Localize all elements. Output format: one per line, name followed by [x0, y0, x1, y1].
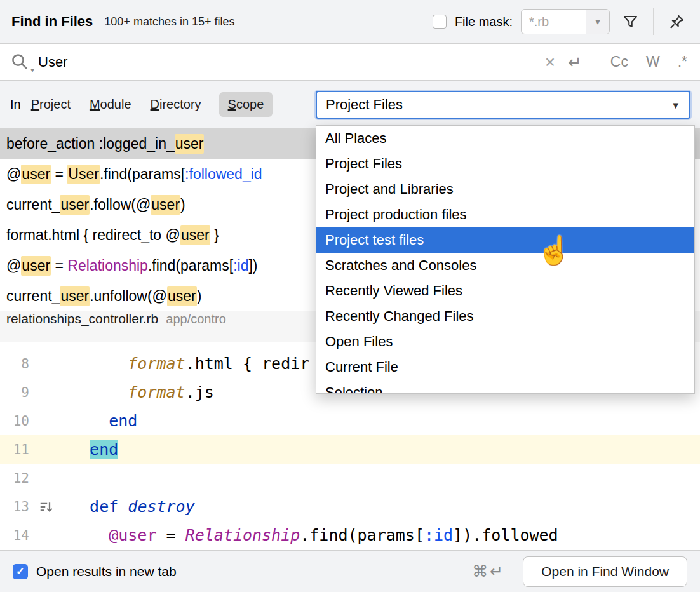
dropdown-item-project-and-libraries[interactable]: Project and Libraries	[316, 177, 694, 202]
code-token: @	[6, 166, 21, 183]
code-token: destroy	[128, 497, 194, 516]
scope-tabs: ProjectModuleDirectoryScope	[30, 92, 273, 117]
clear-icon[interactable]: ×	[545, 53, 555, 71]
code-token: )	[180, 196, 185, 213]
code-token: =	[51, 166, 67, 183]
open-results-checkbox[interactable]: ✓	[13, 564, 28, 579]
file-mask-checkbox[interactable]	[433, 15, 447, 29]
file-name: relationships_controller.rb	[6, 311, 158, 326]
code-line[interactable]: 13 def destroy	[0, 492, 700, 521]
code-text: format.html { redir	[62, 354, 309, 373]
code-token: format	[128, 383, 185, 401]
code-token: )	[197, 288, 202, 305]
code-token: }	[210, 227, 219, 244]
dropdown-item-recently-changed-files[interactable]: Recently Changed Files	[316, 304, 694, 329]
code-token	[71, 526, 109, 544]
dropdown-item-selection[interactable]: Selection	[316, 380, 694, 394]
code-token: .find(params[	[148, 257, 233, 274]
code-token: user	[60, 286, 90, 306]
code-token: .js	[185, 383, 214, 401]
mnemonic-letter: M	[90, 97, 100, 111]
dropdown-item-open-files[interactable]: Open Files	[316, 329, 694, 354]
code-token: Relationship	[67, 257, 148, 274]
file-mask-value: *.rb	[522, 10, 586, 34]
code-token: user	[167, 286, 197, 306]
code-token: user	[21, 165, 51, 184]
filter-icon[interactable]	[618, 10, 642, 34]
chevron-down-icon[interactable]: ▾	[586, 10, 609, 34]
mnemonic-letter: P	[31, 97, 39, 111]
search-input[interactable]: User	[38, 54, 67, 71]
code-text: @user = Relationship.find(params[:id]).f…	[62, 526, 558, 544]
pin-icon[interactable]	[664, 10, 689, 34]
code-token: user	[151, 195, 180, 215]
dropdown-item-recently-viewed-files[interactable]: Recently Viewed Files	[316, 278, 694, 304]
line-number: 9	[0, 385, 29, 400]
code-token: User	[67, 165, 100, 184]
code-token: format	[128, 354, 185, 373]
code-token: .unfollow(@	[90, 288, 167, 305]
dropdown-item-scratches-and-consoles[interactable]: Scratches and Consoles	[316, 253, 694, 278]
code-token: :id	[233, 257, 248, 274]
code-token: =	[156, 526, 185, 544]
chevron-down-icon[interactable]: ▼	[671, 100, 680, 111]
line-number: 10	[0, 414, 29, 429]
code-token: @	[6, 257, 21, 274]
whole-words-toggle[interactable]: W	[643, 53, 663, 71]
code-token: format.html { redirect_to @	[6, 227, 180, 244]
regex-toggle[interactable]: .*	[675, 53, 690, 71]
search-row: ▾ User × ↵ Cc W .*	[0, 44, 700, 81]
code-token: .find(params[	[300, 526, 424, 544]
code-line[interactable]: 10 end	[0, 407, 700, 435]
code-token	[71, 354, 128, 373]
search-icon[interactable]: ▾	[10, 52, 33, 72]
code-token: def	[90, 497, 128, 516]
gutter-sort-icon[interactable]	[29, 499, 62, 515]
open-results-label: Open results in new tab	[36, 564, 177, 579]
mnemonic-letter: S	[228, 97, 236, 111]
chevron-down-icon: ▾	[30, 65, 34, 74]
code-token: before_action :logged_in_	[6, 135, 175, 152]
scope-dropdown-popup: All PlacesProject FilesProject and Libra…	[316, 125, 695, 394]
scope-tab-module[interactable]: Module	[88, 92, 133, 117]
line-number: 13	[0, 499, 29, 515]
scope-tab-directory[interactable]: Directory	[149, 92, 203, 117]
code-line[interactable]: 12	[0, 464, 700, 492]
code-token: .html { redir	[185, 354, 310, 373]
scope-dropdown-list: All PlacesProject FilesProject and Libra…	[316, 126, 694, 394]
search-controls: × ↵ Cc W .*	[545, 51, 690, 73]
check-icon: ✓	[16, 565, 25, 578]
dropdown-item-project-production-files[interactable]: Project production files	[316, 202, 694, 227]
code-token: user	[21, 256, 51, 276]
open-in-find-window-button[interactable]: Open in Find Window	[523, 556, 687, 587]
scope-combobox-value: Project Files	[326, 97, 403, 113]
code-token: user	[60, 195, 90, 215]
code-token: end	[109, 412, 137, 430]
line-number: 11	[0, 442, 29, 457]
dropdown-item-current-file[interactable]: Current File	[316, 354, 694, 380]
code-text: format.js	[62, 383, 214, 401]
code-token: .find(params[	[100, 166, 185, 183]
shortcut-hint: ⌘↵	[472, 562, 505, 581]
code-line[interactable]: 11 end	[0, 435, 700, 464]
code-token: :id	[424, 526, 453, 544]
file-mask-combobox[interactable]: *.rb ▾	[521, 9, 610, 34]
code-token: user	[175, 134, 205, 154]
scope-combobox[interactable]: Project Files ▼	[316, 91, 690, 119]
dropdown-item-project-files[interactable]: Project Files	[316, 151, 694, 177]
code-token: end	[90, 440, 118, 459]
code-line[interactable]: 14 @user = Relationship.find(params[:id]…	[0, 521, 700, 549]
match-case-toggle[interactable]: Cc	[608, 53, 631, 71]
scope-row: In ProjectModuleDirectoryScope Project F…	[0, 81, 700, 128]
code-token: current_	[6, 196, 60, 213]
insert-newline-icon[interactable]: ↵	[568, 54, 582, 71]
dialog-footer: ✓ Open results in new tab ⌘↵ Open in Fin…	[0, 550, 700, 592]
dialog-header: Find in Files 100+ matches in 15+ files …	[0, 0, 700, 44]
line-number: 12	[0, 471, 29, 486]
scope-tab-scope[interactable]: Scope	[219, 92, 273, 117]
code-token	[71, 497, 90, 516]
dropdown-item-project-test-files[interactable]: Project test files	[316, 227, 694, 253]
dropdown-item-all-places[interactable]: All Places	[316, 126, 694, 151]
divider	[595, 51, 595, 73]
scope-tab-project[interactable]: Project	[30, 92, 72, 117]
